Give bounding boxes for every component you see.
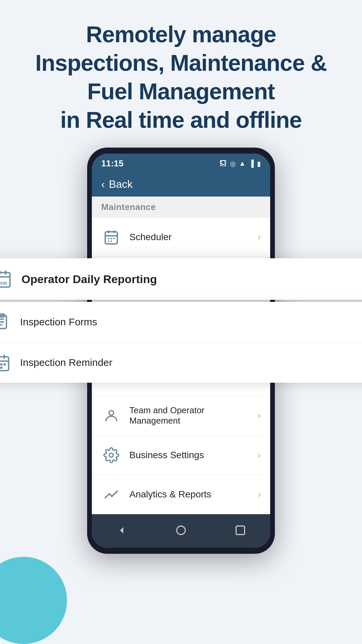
- inspection-forms-label: Inspection Forms: [20, 316, 362, 328]
- svg-text:MON: MON: [0, 281, 7, 286]
- svg-rect-5: [111, 238, 112, 239]
- svg-point-19: [177, 526, 185, 534]
- floating-card-secondary: Inspection Forms ›: [0, 302, 362, 383]
- back-label: Back: [109, 178, 133, 191]
- scheduler-chevron: ›: [258, 232, 261, 243]
- bottom-nav: [92, 514, 270, 548]
- calendar-mon-icon: MON: [0, 268, 13, 290]
- svg-point-17: [109, 453, 113, 457]
- floating-cards: MON Operator Daily Reporting ›: [0, 258, 362, 383]
- status-time: 11:15: [101, 158, 124, 169]
- back-bar[interactable]: ‹ Back: [92, 172, 270, 197]
- scheduler-label: Scheduler: [129, 232, 258, 243]
- floating-item-inspection-forms[interactable]: Inspection Forms ›: [0, 302, 362, 342]
- nav-home-button[interactable]: [171, 520, 191, 540]
- svg-marker-18: [120, 527, 123, 534]
- svg-rect-20: [236, 526, 245, 534]
- chart-icon: [101, 484, 121, 504]
- floating-item-inspection-reminder[interactable]: Inspection Reminder ›: [0, 342, 362, 383]
- phone-mockup: 11:15 ⛾ ◎ ▲ ▐ ▮ ‹ Back Maintenance: [0, 148, 362, 554]
- hero-title: Remotely manage Inspections, Maintenance…: [0, 0, 362, 148]
- back-chevron-icon: ‹: [101, 178, 105, 191]
- floating-card-operator-daily-reporting[interactable]: MON Operator Daily Reporting ›: [0, 258, 362, 300]
- nav-recents-button[interactable]: [230, 520, 250, 540]
- svg-point-16: [109, 411, 114, 415]
- wifi-icon: ▲: [239, 160, 246, 167]
- person-icon: [101, 406, 121, 426]
- analytics-chevron: ›: [258, 489, 261, 500]
- team-management-label: Team and Operator Management: [129, 405, 258, 426]
- section-header-maintenance: Maintenance: [92, 197, 270, 218]
- svg-rect-36: [0, 363, 3, 366]
- inspection-reminder-label: Inspection Reminder: [20, 357, 362, 368]
- team-management-chevron: ›: [258, 410, 261, 421]
- signal-icon: ▐: [249, 160, 254, 167]
- svg-rect-37: [4, 363, 6, 366]
- status-icons: ⛾ ◎ ▲ ▐ ▮: [220, 160, 261, 168]
- calendar-grid-icon: [101, 227, 121, 247]
- business-settings-chevron: ›: [258, 450, 261, 461]
- svg-rect-7: [108, 240, 109, 242]
- location-icon: ◎: [230, 160, 236, 168]
- menu-item-analytics[interactable]: Analytics & Reports ›: [92, 475, 270, 514]
- svg-rect-8: [111, 240, 112, 242]
- operator-daily-reporting-label: Operator Daily Reporting: [21, 273, 362, 286]
- status-bar: 11:15 ⛾ ◎ ▲ ▐ ▮: [92, 154, 270, 172]
- clipboard-icon: [0, 311, 12, 333]
- gear-icon: [101, 445, 121, 465]
- calendar-grid-sm-icon: [0, 352, 12, 373]
- svg-rect-4: [108, 238, 109, 239]
- menu-item-team-management[interactable]: Team and Operator Management ›: [92, 396, 270, 436]
- battery-icon: ▮: [257, 160, 261, 168]
- svg-rect-6: [113, 238, 115, 239]
- business-settings-label: Business Settings: [129, 450, 258, 461]
- nav-back-button[interactable]: [112, 520, 132, 540]
- vibrate-icon: ⛾: [220, 160, 227, 167]
- menu-item-business-settings[interactable]: Business Settings ›: [92, 436, 270, 475]
- analytics-label: Analytics & Reports: [129, 489, 258, 500]
- menu-item-scheduler[interactable]: Scheduler ›: [92, 218, 270, 257]
- svg-rect-39: [0, 367, 3, 369]
- blue-circle-decoration: [0, 557, 67, 644]
